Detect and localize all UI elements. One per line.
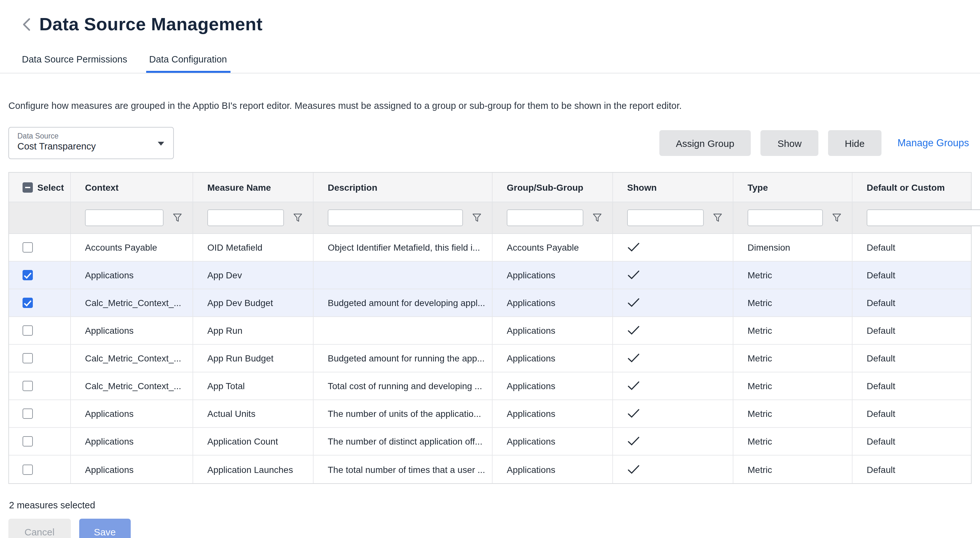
table-row[interactable]: Applications Application Count The numbe… <box>9 428 971 455</box>
filter-icon-type[interactable] <box>832 213 842 222</box>
filter-icon-shown[interactable] <box>713 213 722 222</box>
column-header-group: Group/Sub-Group <box>493 173 613 202</box>
page-title: Data Source Management <box>39 14 262 35</box>
table-row[interactable]: Calc_Metric_Context_... App Dev Budget B… <box>9 289 971 317</box>
column-header-type: Type <box>733 173 853 202</box>
tab-data-configuration[interactable]: Data Configuration <box>146 54 230 73</box>
back-button[interactable] <box>19 16 33 33</box>
cell-group: Applications <box>493 317 613 344</box>
cell-type: Metric <box>733 317 853 344</box>
row-checkbox[interactable] <box>22 298 33 308</box>
cell-shown <box>613 345 733 372</box>
chevron-left-icon <box>22 18 31 32</box>
shown-check-icon <box>627 464 640 474</box>
cell-context: Applications <box>71 428 193 455</box>
cell-shown <box>613 400 733 427</box>
cancel-button[interactable]: Cancel <box>8 519 70 538</box>
cell-context: Applications <box>71 317 193 344</box>
row-checkbox[interactable] <box>22 270 33 280</box>
cell-description: Total cost of running and developing ... <box>313 372 493 399</box>
shown-check-icon <box>627 326 640 336</box>
filter-cell-context <box>71 202 193 233</box>
shown-check-icon <box>627 242 640 252</box>
filter-cell-type <box>733 202 853 233</box>
selection-status: 2 measures selected <box>8 500 972 510</box>
cell-shown <box>613 455 733 483</box>
cell-measure-name: App Total <box>193 372 313 399</box>
cell-description: The number of units of the applicatio... <box>313 400 493 427</box>
row-checkbox[interactable] <box>22 436 33 447</box>
filter-icon-description[interactable] <box>472 213 482 222</box>
cell-type: Metric <box>733 400 853 427</box>
manage-groups-link[interactable]: Manage Groups <box>897 137 969 149</box>
cell-description: Object Identifier Metafield, this field … <box>313 234 493 261</box>
chevron-down-icon <box>158 142 164 145</box>
row-checkbox[interactable] <box>22 381 33 391</box>
cell-select <box>9 317 71 344</box>
table-body: Accounts Payable OID Metafield Object Id… <box>9 234 971 483</box>
page: Data Source Management Data Source Permi… <box>0 0 980 538</box>
cell-description: Budgeted amount for developing appl... <box>313 289 493 316</box>
cell-description: Budgeted amount for running the app... <box>313 345 493 372</box>
table-row[interactable]: Calc_Metric_Context_... App Total Total … <box>9 372 971 400</box>
table-row[interactable]: Applications Application Launches The to… <box>9 455 971 483</box>
column-header-shown: Shown <box>613 173 733 202</box>
filter-icon-context[interactable] <box>173 213 182 222</box>
cell-group: Applications <box>493 289 613 316</box>
cell-group: Applications <box>493 345 613 372</box>
intro-text: Configure how measures are grouped in th… <box>8 101 972 111</box>
cell-default-or-custom: Default <box>853 372 971 399</box>
cell-measure-name: Application Launches <box>193 455 313 483</box>
row-checkbox[interactable] <box>22 242 33 252</box>
cell-context: Applications <box>71 262 193 289</box>
cell-description: The total number of times that a user ..… <box>313 455 493 483</box>
table-row[interactable]: Applications App Run Applications Metric… <box>9 317 971 345</box>
table-row[interactable]: Calc_Metric_Context_... App Run Budget B… <box>9 345 971 372</box>
cell-description <box>313 262 493 289</box>
filter-icon-group[interactable] <box>592 213 602 222</box>
tab-bar: Data Source Permissions Data Configurati… <box>0 48 980 73</box>
cell-default-or-custom: Default <box>853 455 971 483</box>
show-button[interactable]: Show <box>761 130 818 156</box>
table-row[interactable]: Applications Actual Units The number of … <box>9 400 971 428</box>
filter-input-group[interactable] <box>507 209 583 226</box>
filter-input-shown[interactable] <box>627 209 704 226</box>
cell-default-or-custom: Default <box>853 345 971 372</box>
column-header-default-or-custom: Default or Custom <box>853 173 971 202</box>
filter-input-measure-name[interactable] <box>207 209 284 226</box>
table-row[interactable]: Applications App Dev Applications Metric… <box>9 262 971 289</box>
filter-icon-measure-name[interactable] <box>293 213 302 222</box>
row-checkbox[interactable] <box>22 409 33 419</box>
cell-type: Metric <box>733 345 853 372</box>
cell-group: Applications <box>493 428 613 455</box>
row-checkbox[interactable] <box>22 464 33 474</box>
assign-group-button[interactable]: Assign Group <box>659 130 751 156</box>
filter-input-type[interactable] <box>748 209 823 226</box>
filter-input-description[interactable] <box>328 209 463 226</box>
row-checkbox[interactable] <box>22 326 33 336</box>
cell-measure-name: App Run <box>193 317 313 344</box>
cell-type: Metric <box>733 289 853 316</box>
cell-measure-name: Application Count <box>193 428 313 455</box>
shown-check-icon <box>627 298 640 308</box>
tab-data-source-permissions[interactable]: Data Source Permissions <box>19 54 130 73</box>
cell-default-or-custom: Default <box>853 262 971 289</box>
cell-group: Accounts Payable <box>493 234 613 261</box>
hide-button[interactable]: Hide <box>828 130 881 156</box>
filter-input-default-or-custom[interactable] <box>867 209 980 226</box>
column-header-measure-name: Measure Name <box>193 173 313 202</box>
cell-context: Calc_Metric_Context_... <box>71 372 193 399</box>
cell-context: Calc_Metric_Context_... <box>71 289 193 316</box>
cell-shown <box>613 428 733 455</box>
cell-group: Applications <box>493 262 613 289</box>
cell-measure-name: App Dev <box>193 262 313 289</box>
cell-shown <box>613 317 733 344</box>
cell-select <box>9 400 71 427</box>
table-row[interactable]: Accounts Payable OID Metafield Object Id… <box>9 234 971 262</box>
save-button[interactable]: Save <box>79 519 130 538</box>
data-source-select[interactable]: Data Source Cost Transparency <box>8 127 174 159</box>
select-all-checkbox[interactable] <box>22 182 33 192</box>
cell-measure-name: App Run Budget <box>193 345 313 372</box>
filter-input-context[interactable] <box>85 209 164 226</box>
row-checkbox[interactable] <box>22 353 33 363</box>
